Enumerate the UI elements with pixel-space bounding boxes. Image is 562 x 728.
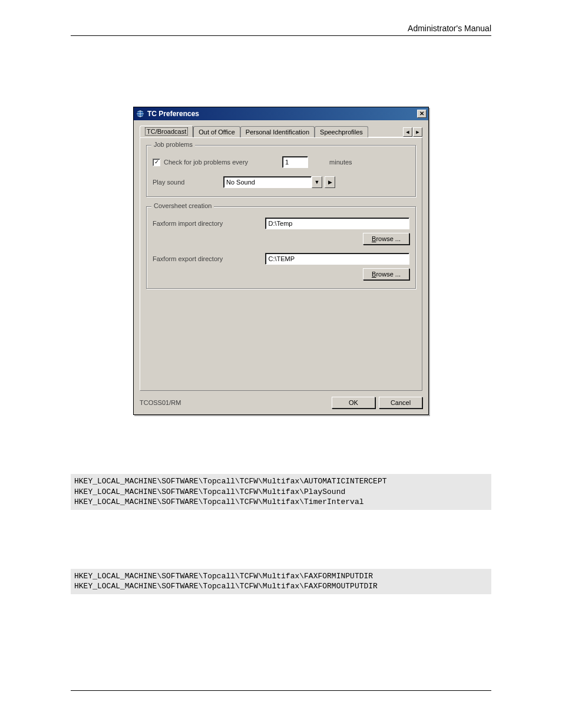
titlebar: TC Preferences ✕ <box>134 107 428 120</box>
tab-scroll-left[interactable]: ◄ <box>403 127 412 137</box>
check-job-problems-label: Check for job problems every <box>164 159 248 166</box>
import-dir-label: Faxform import directory <box>153 220 265 227</box>
export-dir-label: Faxform export directory <box>153 255 265 262</box>
tab-personal-identification[interactable]: Personal Identification <box>240 126 315 137</box>
tab-scroll-right[interactable]: ► <box>413 127 422 137</box>
checkmark-icon: ✓ <box>154 159 159 165</box>
registry-block-2: HKEY_LOCAL_MACHINE\SOFTWARE\Topcall\TCFW… <box>71 569 491 594</box>
coversheet-legend: Coversheet creation <box>151 202 214 209</box>
tab-label: Speechprofiles <box>320 129 363 136</box>
playsound-dropdown-button[interactable]: ▼ <box>312 176 322 188</box>
playsound-play-button[interactable]: ▶ <box>325 176 335 188</box>
code-line: HKEY_LOCAL_MACHINE\SOFTWARE\Topcall\TCFW… <box>74 572 373 581</box>
page-header: Administrator's Manual <box>71 24 491 36</box>
close-icon: ✕ <box>419 111 424 117</box>
arrow-right-icon: ► <box>415 129 421 135</box>
page-footer-rule <box>71 690 491 704</box>
window-title: TC Preferences <box>147 110 417 118</box>
tab-label: TC/Broadcast <box>145 127 188 136</box>
cancel-button[interactable]: Cancel <box>379 397 422 409</box>
code-line: HKEY_LOCAL_MACHINE\SOFTWARE\Topcall\TCFW… <box>74 498 363 506</box>
dialog-footer: TCOSS01/RM OK Cancel <box>140 397 422 409</box>
playsound-label: Play sound <box>153 179 223 186</box>
job-problems-group: Job problems ✓ Check for job problems ev… <box>146 145 416 197</box>
tab-speechprofiles[interactable]: Speechprofiles <box>315 126 368 137</box>
tab-row: TC/Broadcast Out of Office Personal Iden… <box>140 125 422 137</box>
close-button[interactable]: ✕ <box>417 110 427 118</box>
preferences-dialog: TC Preferences ✕ TC/Broadcast Out of Off… <box>133 107 429 415</box>
job-problems-legend: Job problems <box>151 141 195 148</box>
check-job-problems-checkbox[interactable]: ✓ <box>153 159 160 166</box>
page-header-title: Administrator's Manual <box>408 24 491 33</box>
play-icon: ▶ <box>328 179 332 185</box>
import-dir-input[interactable] <box>265 218 409 229</box>
interval-unit: minutes <box>329 159 352 166</box>
ok-button[interactable]: OK <box>332 397 375 409</box>
status-text: TCOSS01/RM <box>140 399 181 406</box>
registry-block-1: HKEY_LOCAL_MACHINE\SOFTWARE\Topcall\TCFW… <box>71 474 491 510</box>
export-dir-input[interactable] <box>265 253 409 265</box>
arrow-left-icon: ◄ <box>405 129 411 135</box>
chevron-down-icon: ▼ <box>315 179 320 185</box>
tab-label: Out of Office <box>199 129 235 136</box>
code-line: HKEY_LOCAL_MACHINE\SOFTWARE\Topcall\TCFW… <box>74 477 387 486</box>
code-line: HKEY_LOCAL_MACHINE\SOFTWARE\Topcall\TCFW… <box>74 487 345 496</box>
app-icon <box>135 109 145 118</box>
export-browse-button[interactable]: Browse ... <box>363 268 409 280</box>
coversheet-group: Coversheet creation Faxform import direc… <box>146 206 416 289</box>
tab-panel: Job problems ✓ Check for job problems ev… <box>140 137 422 391</box>
tab-tc-broadcast[interactable]: TC/Broadcast <box>140 126 193 137</box>
tab-out-of-office[interactable]: Out of Office <box>193 126 240 137</box>
playsound-select[interactable] <box>223 176 312 188</box>
tab-label: Personal Identification <box>246 129 309 136</box>
interval-input[interactable] <box>282 156 308 168</box>
import-browse-button[interactable]: BBrowse ...rowse ... <box>363 233 409 245</box>
code-line: HKEY_LOCAL_MACHINE\SOFTWARE\Topcall\TCFW… <box>74 582 378 591</box>
